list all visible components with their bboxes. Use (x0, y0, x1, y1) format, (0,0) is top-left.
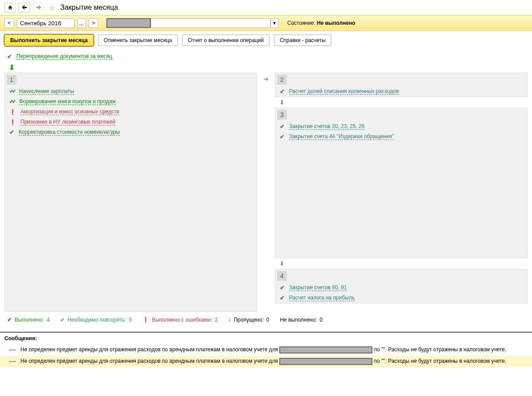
double-check-icon: ✔✔ (9, 89, 15, 94)
org-redacted-icon (106, 18, 151, 28)
action-bar: Выполнить закрытие месяца Отменить закры… (0, 31, 532, 50)
top-toolbar: 🡰 🡲 ☆ Закрытие месяца (0, 0, 532, 15)
check-icon: ✔ (280, 88, 285, 95)
right-arrow-icon: ➔ (262, 73, 270, 82)
check-icon: ✔ (7, 316, 12, 323)
messages-header: Сообщения: (0, 332, 532, 344)
column-1: 1 ✔✔Начисление зарплаты✔✔Формирование кн… (4, 73, 257, 312)
redacted-icon (279, 346, 372, 353)
warning-icon: ❗ (9, 119, 16, 125)
operation-row: ✔✔Начисление зарплаты (5, 86, 257, 97)
down-arrow-icon: ⬇ (4, 62, 528, 73)
state-label: Состояние: Не выполнено (287, 20, 355, 26)
section-4-number: 4 (277, 271, 287, 281)
operation-row: ❗Признание в НУ лизинговых платежей (5, 117, 257, 127)
period-bar: < ... > ▾ Состояние: Не выполнено (0, 15, 532, 31)
down-arrow-3-icon: ⬇ (275, 258, 528, 269)
period-picker-button[interactable]: ... (77, 18, 86, 28)
back-button[interactable]: 🡰 (19, 3, 30, 12)
operation-link[interactable]: Закрытие счета 44 "Издержки обращения" (289, 133, 394, 140)
operation-row: ✔Закрытие счетов 20, 23, 25, 26 (275, 121, 527, 132)
operation-row: ✔Закрытие счета 44 "Издержки обращения" (275, 132, 527, 142)
operation-row: ✔Закрытие счетов 90, 91 (275, 283, 527, 293)
operation-link[interactable]: Признание в НУ лизинговых платежей (20, 119, 115, 125)
messages-list: —Не определен предмет аренды для отражен… (0, 344, 532, 367)
operation-row: ❗Амортизация и износ основных средств (5, 107, 257, 117)
dash-icon: — (9, 357, 16, 365)
organization-input[interactable] (151, 18, 270, 28)
down-arrow-2-icon: ⬇ (275, 97, 528, 108)
section-2: 2 ✔Расчет долей списания косвенных расхо… (275, 73, 528, 97)
summary-bar: ✔ Выполнено: 4 ✔ Необходимо повторить: 5… (4, 312, 528, 327)
cancel-close-button[interactable]: Отменить закрытие месяца (98, 35, 178, 46)
section-3-number: 3 (277, 110, 287, 120)
check-icon: ✔ (280, 284, 285, 291)
check-icon: ✔ (280, 295, 285, 301)
check-icon: ✔ (280, 123, 285, 130)
summary-done: ✔ Выполнено: 4 (7, 316, 50, 323)
warning-icon: ❗ (9, 109, 16, 115)
organization-dropdown-button[interactable]: ▾ (270, 18, 278, 28)
summary-notdone: Не выполнено: 0 (280, 317, 322, 323)
main-content: ✔ Перепроведение документов за месяц ⬇ 1… (0, 50, 532, 332)
operation-link[interactable]: Начисление зарплаты (19, 88, 74, 95)
summary-repeat: ✔ Необходимо повторить: 5 (60, 317, 132, 323)
reprocess-documents-link[interactable]: Перепроведение документов за месяц (16, 53, 112, 60)
column-2: 2 ✔Расчет долей списания косвенных расхо… (275, 73, 528, 303)
execute-close-button[interactable]: Выполнить закрытие месяца (4, 35, 94, 46)
section-4: 4 ✔Закрытие счетов 90, 91✔Расчет налога … (275, 269, 528, 303)
section-1-number: 1 (7, 75, 16, 85)
operation-row: ✔Корректировка стоимости номенклатуры (5, 127, 257, 137)
home-button[interactable] (4, 3, 16, 12)
operation-link[interactable]: Расчет налога на прибыль (289, 295, 355, 301)
organization-field: ▾ (106, 18, 278, 28)
double-check-icon: ✔✔ (9, 99, 15, 105)
summary-skipped: ↓ Пропущено: 0 (228, 317, 269, 323)
operation-link[interactable]: Формирование книги покупок и продаж (19, 98, 116, 105)
operations-report-button[interactable]: Отчет о выполнении операций (182, 35, 270, 46)
sections-columns: 1 ✔✔Начисление зарплаты✔✔Формирование кн… (4, 73, 528, 312)
check-icon: ✔ (7, 53, 12, 60)
message-text: Не определен предмет аренды для отражени… (20, 358, 506, 365)
warning-icon: ❗ (142, 317, 149, 323)
operation-link[interactable]: Закрытие счетов 90, 91 (289, 284, 347, 291)
operation-row: ✔✔Формирование книги покупок и продаж (5, 97, 257, 107)
page-title: Закрытие месяца (60, 4, 118, 12)
summary-errors: ❗ Выполнено с ошибками: 2 (142, 317, 218, 323)
period-next-button[interactable]: > (89, 18, 98, 28)
section-3: 3 ✔Закрытие счетов 20, 23, 25, 26✔Закрыт… (275, 108, 528, 258)
operation-row: ✔Расчет долей списания косвенных расходо… (275, 86, 527, 97)
references-button[interactable]: Справки - расчеты (274, 35, 331, 46)
forward-button[interactable]: 🡲 (33, 3, 44, 12)
operation-link[interactable]: Корректировка стоимости номенклатуры (19, 129, 120, 136)
period-input[interactable] (17, 18, 74, 28)
operation-row: ✔Расчет налога на прибыль (275, 293, 527, 303)
message-row: —Не определен предмет аренды для отражен… (0, 356, 532, 367)
dash-icon: — (9, 346, 16, 354)
operation-link[interactable]: Закрытие счетов 20, 23, 25, 26 (289, 123, 364, 130)
message-text: Не определен предмет аренды для отражени… (20, 346, 506, 353)
section-1: 1 ✔✔Начисление зарплаты✔✔Формирование кн… (4, 73, 257, 312)
reprocess-row: ✔ Перепроведение документов за месяц (4, 51, 528, 62)
check-icon: ✔ (60, 317, 65, 323)
check-icon: ✔ (9, 129, 14, 136)
down-arrow-icon: ↓ (228, 317, 231, 323)
period-prev-button[interactable]: < (4, 18, 14, 28)
operation-link[interactable]: Расчет долей списания косвенных расходов (289, 88, 399, 95)
redacted-icon (279, 358, 372, 365)
operation-link[interactable]: Амортизация и износ основных средств (20, 109, 119, 115)
message-row: —Не определен предмет аренды для отражен… (0, 344, 532, 356)
check-icon: ✔ (280, 133, 285, 140)
favorite-star-icon[interactable]: ☆ (49, 4, 55, 12)
section-2-number: 2 (277, 75, 287, 85)
